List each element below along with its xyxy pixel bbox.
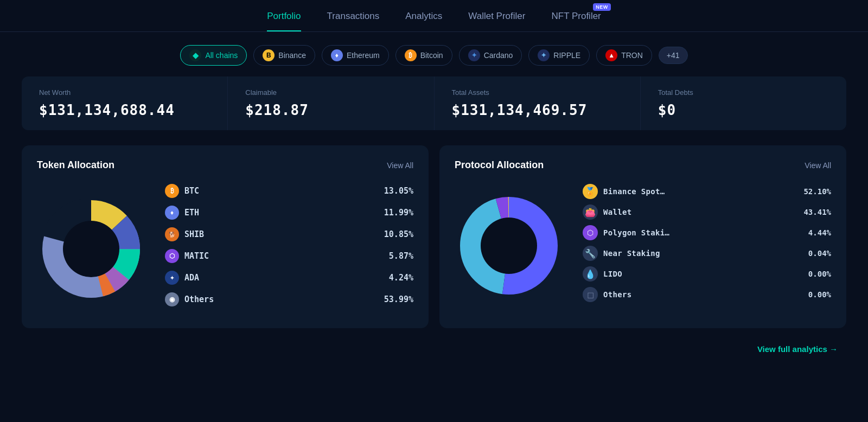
stat-claimable: Claimable $218.87 bbox=[228, 76, 434, 130]
proto-alloc-header: Protocol Allocation View All bbox=[455, 159, 831, 171]
allocation-row: Token Allocation View All bbox=[22, 145, 846, 328]
eth-legend-pct: 11.99% bbox=[384, 208, 413, 218]
token-alloc-header: Token Allocation View All bbox=[37, 159, 413, 171]
proto-legend-near: 🔧 Near Staking 0.04% bbox=[583, 246, 831, 261]
legend-others: ◉ Others 53.99% bbox=[165, 292, 413, 306]
eth-legend-name: ETH bbox=[184, 208, 384, 218]
proto-alloc-title: Protocol Allocation bbox=[455, 159, 544, 171]
matic-legend-icon: ⬡ bbox=[165, 249, 179, 263]
token-allocation-panel: Token Allocation View All bbox=[22, 145, 429, 328]
stat-net-worth-value: $131,134,688.44 bbox=[39, 102, 210, 118]
proto-others-pct: 0.00% bbox=[808, 290, 831, 299]
binance-proto-icon: 🏅 bbox=[583, 184, 598, 199]
shib-legend-icon: 🐕 bbox=[165, 227, 179, 241]
stat-total-assets-label: Total Assets bbox=[452, 88, 623, 97]
protocol-allocation-panel: Protocol Allocation View All bbox=[439, 145, 846, 328]
allchains-label: All chains bbox=[205, 51, 238, 60]
proto-others-icon: ◻ bbox=[583, 287, 598, 302]
new-badge: NEW bbox=[593, 3, 611, 11]
stat-total-assets: Total Assets $131,134,469.57 bbox=[435, 76, 641, 130]
proto-others-name: Others bbox=[603, 290, 808, 299]
chain-btn-ethereum[interactable]: ♦ Ethereum bbox=[322, 45, 389, 66]
near-proto-name: Near Staking bbox=[603, 249, 808, 258]
ada-legend-icon: ✦ bbox=[165, 271, 179, 285]
tron-label: TRON bbox=[621, 51, 643, 60]
legend-eth: ♦ ETH 11.99% bbox=[165, 206, 413, 220]
proto-legend-lido: 💧 LIDO 0.00% bbox=[583, 266, 831, 282]
stat-claimable-value: $218.87 bbox=[245, 102, 416, 118]
others-legend-icon: ◉ bbox=[165, 292, 179, 306]
token-view-all[interactable]: View All bbox=[387, 161, 413, 170]
chain-btn-allchains[interactable]: ◆ All chains bbox=[180, 45, 247, 66]
chain-btn-cardano[interactable]: ✦ Cardano bbox=[459, 45, 522, 66]
lido-proto-icon: 💧 bbox=[583, 266, 598, 282]
binance-proto-pct: 52.10% bbox=[803, 187, 831, 196]
svg-point-13 bbox=[481, 218, 537, 274]
proto-view-all[interactable]: View All bbox=[805, 161, 831, 170]
nav-analytics[interactable]: Analytics bbox=[405, 11, 442, 31]
near-proto-icon: 🔧 bbox=[583, 246, 598, 261]
stat-total-debts: Total Debts $0 bbox=[641, 76, 846, 130]
bitcoin-label: Bitcoin bbox=[420, 51, 443, 60]
matic-legend-pct: 5.87% bbox=[389, 251, 413, 261]
protocol-legend: 🏅 Binance Spot… 52.10% 👛 Wallet 43.41% ⬡… bbox=[583, 184, 831, 308]
stat-total-assets-value: $131,134,469.57 bbox=[452, 102, 623, 118]
wallet-proto-name: Wallet bbox=[603, 208, 803, 216]
token-alloc-content: ₿ BTC 13.05% ♦ ETH 11.99% 🐕 SHIB 10.85% … bbox=[37, 184, 413, 314]
nav-transactions[interactable]: Transactions bbox=[327, 11, 380, 31]
chain-more[interactable]: +41 bbox=[659, 47, 688, 64]
stat-total-debts-label: Total Debts bbox=[658, 88, 829, 97]
svg-point-7 bbox=[63, 221, 119, 277]
xrp-icon: ✦ bbox=[538, 49, 550, 61]
eth-legend-icon: ♦ bbox=[165, 206, 179, 220]
nav-portfolio[interactable]: Portfolio bbox=[267, 11, 301, 31]
stat-net-worth-label: Net Worth bbox=[39, 88, 210, 97]
view-full-analytics-btn[interactable]: View full analytics → bbox=[757, 344, 838, 354]
btc-icon: ₿ bbox=[405, 49, 417, 61]
shib-legend-pct: 10.85% bbox=[384, 229, 413, 239]
ethereum-label: Ethereum bbox=[347, 51, 380, 60]
chain-filters: ◆ All chains B Binance ♦ Ethereum ₿ Bitc… bbox=[0, 32, 868, 76]
token-donut-chart bbox=[37, 195, 145, 303]
cardano-label: Cardano bbox=[484, 51, 513, 60]
shib-legend-name: SHIB bbox=[184, 229, 384, 239]
proto-legend-binance: 🏅 Binance Spot… 52.10% bbox=[583, 184, 831, 199]
legend-shib: 🐕 SHIB 10.85% bbox=[165, 227, 413, 241]
btc-legend-pct: 13.05% bbox=[384, 186, 413, 196]
ada-icon: ✦ bbox=[468, 49, 480, 61]
polygon-proto-name: Polygon Staki… bbox=[603, 228, 808, 237]
chain-btn-binance[interactable]: B Binance bbox=[253, 45, 315, 66]
chain-btn-bitcoin[interactable]: ₿ Bitcoin bbox=[395, 45, 452, 66]
others-legend-pct: 53.99% bbox=[384, 295, 413, 304]
nav-nft-profiler[interactable]: NFT Profiler NEW bbox=[551, 11, 601, 31]
stat-claimable-label: Claimable bbox=[245, 88, 416, 97]
token-alloc-title: Token Allocation bbox=[37, 159, 114, 171]
tron-icon: ▲ bbox=[605, 49, 617, 61]
chain-btn-ripple[interactable]: ✦ RIPPLE bbox=[528, 45, 590, 66]
proto-legend-wallet: 👛 Wallet 43.41% bbox=[583, 204, 831, 220]
nav-wallet-profiler[interactable]: Wallet Profiler bbox=[468, 11, 525, 31]
proto-alloc-content: 🏅 Binance Spot… 52.10% 👛 Wallet 43.41% ⬡… bbox=[455, 184, 831, 308]
ripple-label: RIPPLE bbox=[553, 51, 580, 60]
btc-legend-icon: ₿ bbox=[165, 184, 179, 198]
legend-btc: ₿ BTC 13.05% bbox=[165, 184, 413, 198]
matic-legend-name: MATIC bbox=[184, 251, 389, 261]
binance-proto-name: Binance Spot… bbox=[603, 187, 803, 196]
chain-btn-tron[interactable]: ▲ TRON bbox=[596, 45, 652, 66]
proto-legend-polygon: ⬡ Polygon Staki… 4.44% bbox=[583, 225, 831, 240]
wallet-proto-icon: 👛 bbox=[583, 204, 598, 220]
ada-legend-name: ADA bbox=[184, 273, 389, 283]
bnb-icon: B bbox=[263, 49, 275, 61]
wallet-proto-pct: 43.41% bbox=[803, 208, 831, 216]
legend-ada: ✦ ADA 4.24% bbox=[165, 271, 413, 285]
polygon-proto-icon: ⬡ bbox=[583, 225, 598, 240]
lido-proto-name: LIDO bbox=[603, 270, 808, 278]
main-nav: Portfolio Transactions Analytics Wallet … bbox=[0, 0, 868, 32]
lido-proto-pct: 0.00% bbox=[808, 270, 831, 278]
polygon-proto-pct: 4.44% bbox=[808, 228, 831, 237]
stats-row: Net Worth $131,134,688.44 Claimable $218… bbox=[22, 76, 846, 130]
eth-icon: ♦ bbox=[331, 49, 343, 61]
binance-label: Binance bbox=[278, 51, 306, 60]
token-legend: ₿ BTC 13.05% ♦ ETH 11.99% 🐕 SHIB 10.85% … bbox=[165, 184, 413, 314]
others-legend-name: Others bbox=[184, 295, 384, 304]
